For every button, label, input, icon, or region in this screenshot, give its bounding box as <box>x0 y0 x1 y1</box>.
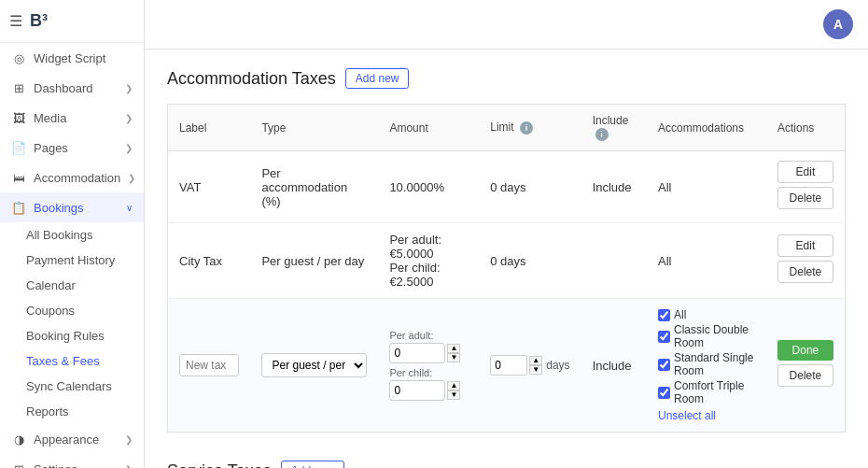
checkbox-classic-input[interactable] <box>658 331 670 343</box>
limit-days-label: days <box>546 359 569 372</box>
sub-item-reports[interactable]: Reports <box>0 399 144 424</box>
checkbox-comfort-input[interactable] <box>658 387 670 399</box>
per-child-label: Per child: <box>389 367 468 378</box>
chevron-icon: ❯ <box>125 434 133 445</box>
sidebar-item-accommodation[interactable]: 🛏 Accommodation ❯ <box>0 163 144 192</box>
sidebar-item-appearance[interactable]: ◑ Appearance ❯ <box>0 424 144 454</box>
row-limit: 0 days <box>479 223 581 299</box>
sidebar-item-widget-script[interactable]: ◎ Widget Script <box>0 43 144 73</box>
sidebar: ☰ B³ ◎ Widget Script ⊞ Dashboard ❯ 🖼 Med… <box>0 0 145 468</box>
new-tax-label-input[interactable] <box>179 354 239 376</box>
bookings-icon: 📋 <box>11 200 26 215</box>
checkbox-classic-double[interactable]: Classic Double Room <box>658 323 755 349</box>
eye-icon: ◎ <box>11 50 26 65</box>
limit-increment[interactable]: ▲ <box>529 356 542 365</box>
limit-spinner: ▲ ▼ <box>529 356 542 375</box>
new-tax-actions-cell: Done Delete <box>766 299 846 433</box>
service-add-new-button[interactable]: Add new <box>281 461 345 468</box>
bookings-submenu: All Bookings Payment History Calendar Co… <box>0 222 144 424</box>
accommodation-add-new-button[interactable]: Add new <box>345 68 410 89</box>
new-tax-limit-cell: ▲ ▼ days <box>479 299 581 433</box>
col-accommodations: Accommodations <box>647 105 766 151</box>
col-include: Include i <box>581 105 647 151</box>
limit-decrement[interactable]: ▼ <box>529 365 542 375</box>
per-child-spinner: ▲ ▼ <box>447 381 460 400</box>
brand-logo: B³ <box>30 11 48 31</box>
accommodation-taxes-table: Label Type Amount Limit i Include i Acco… <box>167 104 846 433</box>
row-type: Per accommodation (%) <box>250 151 378 223</box>
include-label: Include <box>593 359 632 373</box>
sub-item-booking-rules[interactable]: Booking Rules <box>0 323 144 348</box>
hamburger-icon[interactable]: ☰ <box>9 12 22 30</box>
new-tax-accommodations-cell: All Classic Double Room Standard Single … <box>647 299 766 433</box>
row-type: Per guest / per day <box>250 223 378 299</box>
sidebar-item-media[interactable]: 🖼 Media ❯ <box>0 103 144 133</box>
row-actions: Edit Delete <box>766 223 846 299</box>
include-info-icon: i <box>595 128 609 141</box>
row-label: VAT <box>168 151 251 223</box>
row-limit: 0 days <box>479 151 581 223</box>
accommodation-checkbox-list: All Classic Double Room Standard Single … <box>658 308 755 422</box>
limit-info-icon: i <box>520 121 533 135</box>
chevron-icon: ❯ <box>128 173 135 183</box>
delete-button[interactable]: Delete <box>777 364 833 387</box>
sidebar-item-dashboard[interactable]: ⊞ Dashboard ❯ <box>0 73 144 103</box>
chevron-icon: ❯ <box>125 143 133 153</box>
checkbox-all-input[interactable] <box>658 309 670 321</box>
done-button[interactable]: Done <box>777 340 833 361</box>
table-row: City Tax Per guest / per day Per adult: … <box>168 223 846 299</box>
row-amount: 10.0000% <box>378 151 479 223</box>
per-adult-label: Per adult: <box>389 330 468 341</box>
per-adult-decrement[interactable]: ▼ <box>447 353 460 362</box>
per-child-input[interactable] <box>389 380 445 401</box>
per-adult-input[interactable] <box>389 343 445 363</box>
per-adult-increment[interactable]: ▲ <box>447 344 460 353</box>
checkbox-standard-single[interactable]: Standard Single Room <box>658 351 755 377</box>
edit-button[interactable]: Edit <box>777 161 833 183</box>
sidebar-item-settings[interactable]: ⊞ Settings ❯ <box>0 454 144 468</box>
row-actions: Edit Delete <box>766 151 846 223</box>
service-taxes-title: Service Taxes <box>167 461 272 469</box>
row-accommodations: All <box>647 223 766 299</box>
sub-item-coupons[interactable]: Coupons <box>0 298 144 323</box>
delete-button[interactable]: Delete <box>777 261 833 283</box>
sub-item-taxes-fees[interactable]: Taxes & Fees <box>0 348 144 374</box>
checkbox-all[interactable]: All <box>658 308 755 321</box>
sub-item-payment-history[interactable]: Payment History <box>0 248 144 273</box>
image-icon: 🖼 <box>11 110 26 125</box>
sub-item-all-bookings[interactable]: All Bookings <box>0 222 144 248</box>
per-adult-spinner: ▲ ▼ <box>447 344 460 362</box>
chevron-icon: ❯ <box>125 464 133 469</box>
file-icon: 📄 <box>11 140 26 155</box>
unselect-all-link[interactable]: Unselect all <box>658 409 755 422</box>
col-label: Label <box>168 105 251 151</box>
edit-button[interactable]: Edit <box>777 234 833 257</box>
new-tax-label-cell <box>168 299 251 433</box>
per-child-decrement[interactable]: ▼ <box>447 390 460 400</box>
sidebar-item-bookings[interactable]: 📋 Bookings ∨ <box>0 192 144 222</box>
limit-input[interactable] <box>490 355 527 376</box>
per-child-increment[interactable]: ▲ <box>447 381 460 390</box>
table-row: VAT Per accommodation (%) 10.0000% 0 day… <box>168 151 846 223</box>
new-tax-type-select[interactable]: Per guest / per day Per accommodation (%… <box>261 353 367 377</box>
row-include <box>581 223 647 299</box>
checkbox-comfort-triple[interactable]: Comfort Triple Room <box>658 379 755 405</box>
col-amount: Amount <box>378 105 479 151</box>
row-include: Include <box>581 151 647 223</box>
settings-icon: ⊞ <box>11 461 26 468</box>
accommodation-taxes-header: Accommodation Taxes Add new <box>167 68 846 89</box>
delete-button[interactable]: Delete <box>777 187 833 209</box>
new-tax-include-cell: Include <box>581 299 647 433</box>
sidebar-item-pages[interactable]: 📄 Pages ❯ <box>0 133 144 163</box>
chevron-icon: ❯ <box>125 83 133 93</box>
new-tax-type-cell: Per guest / per day Per accommodation (%… <box>250 299 378 433</box>
sub-item-calendar[interactable]: Calendar <box>0 273 144 298</box>
table-row-editing: Per guest / per day Per accommodation (%… <box>168 299 846 433</box>
sub-item-sync-calendars[interactable]: Sync Calendars <box>0 374 144 399</box>
bed-icon: 🛏 <box>11 170 26 185</box>
row-label: City Tax <box>168 223 251 299</box>
avatar[interactable]: A <box>823 9 853 39</box>
checkbox-standard-input[interactable] <box>658 359 670 371</box>
col-limit: Limit i <box>479 105 581 151</box>
row-amount: Per adult: €5.0000 Per child: €2.5000 <box>378 223 479 299</box>
